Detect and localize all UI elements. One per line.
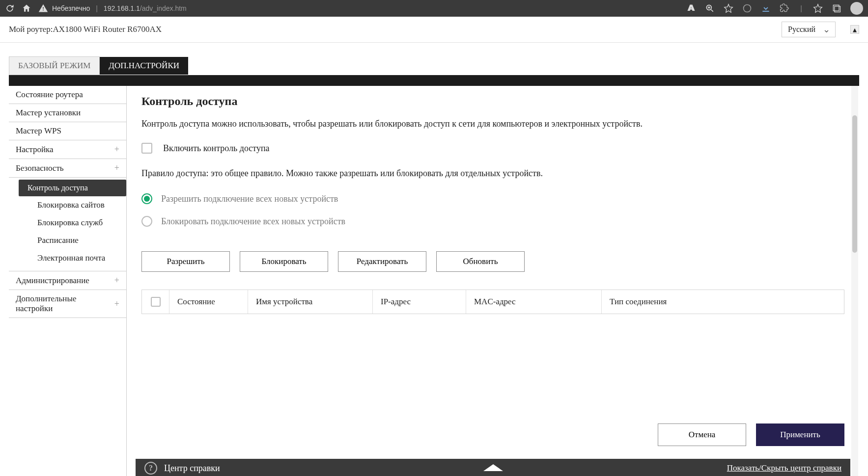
router-label: Мой роутер:AX1800 WiFi Router R6700AX bbox=[9, 25, 162, 34]
security-subitems: Контроль доступа Блокировка сайтов Блоки… bbox=[9, 178, 126, 271]
text-size-icon[interactable] bbox=[686, 3, 696, 13]
profile-avatar[interactable] bbox=[850, 2, 863, 15]
radio-allow[interactable] bbox=[141, 193, 152, 204]
table-select-all[interactable] bbox=[142, 290, 169, 314]
sidebar-item-router-state[interactable]: Состояние роутера bbox=[9, 86, 126, 104]
download-icon[interactable] bbox=[761, 3, 771, 13]
home-icon[interactable] bbox=[22, 3, 31, 13]
allow-button[interactable]: Разрешить bbox=[141, 251, 230, 272]
radio-block[interactable] bbox=[141, 216, 152, 227]
svg-point-1 bbox=[744, 5, 751, 12]
sidebar-sub-block-sites[interactable]: Блокировка сайтов bbox=[9, 196, 126, 214]
separator: | bbox=[96, 4, 98, 12]
apply-button[interactable]: Применить bbox=[756, 423, 844, 446]
extensions-icon[interactable] bbox=[780, 3, 789, 13]
browser-toolbar: Небезпечно | 192.168.1.1/adv_index.htm | bbox=[0, 0, 868, 17]
refresh-button[interactable]: Обновить bbox=[436, 251, 525, 272]
rule-description: Правило доступа: это общее правило. Можн… bbox=[141, 168, 844, 179]
cancel-button[interactable]: Отмена bbox=[658, 423, 746, 446]
sidebar-item-wps-wizard[interactable]: Мастер WPS bbox=[9, 122, 126, 140]
sidebar-item-security[interactable]: Безопасность+ bbox=[9, 159, 126, 178]
sidebar-item-settings[interactable]: Настройка+ bbox=[9, 140, 126, 159]
help-center-bar: ? Центр справки Показать/Скрыть центр сп… bbox=[136, 459, 850, 476]
block-button[interactable]: Блокировать bbox=[240, 251, 328, 272]
help-title: Центр справки bbox=[164, 463, 220, 474]
favorite-icon[interactable] bbox=[724, 3, 733, 13]
col-connection-type: Тип соединения bbox=[602, 290, 844, 314]
sidebar-sub-schedule[interactable]: Расписание bbox=[9, 232, 126, 249]
enable-label: Включить контроль доступа bbox=[163, 143, 270, 154]
sidebar-item-administration[interactable]: Администрирование+ bbox=[9, 271, 126, 290]
edit-button[interactable]: Редактировать bbox=[338, 251, 426, 272]
language-select[interactable]: Русский bbox=[782, 22, 836, 37]
col-ip: IP-адрес bbox=[373, 290, 466, 314]
page-description: Контроль доступа можно использовать, что… bbox=[141, 119, 844, 129]
col-status: Состояние bbox=[169, 290, 248, 314]
col-device-name: Имя устройства bbox=[248, 290, 373, 314]
sidebar-sub-email[interactable]: Электронная почта bbox=[9, 249, 126, 267]
col-mac: MAC-адрес bbox=[466, 290, 602, 314]
svg-rect-3 bbox=[835, 6, 840, 12]
action-buttons: Разрешить Блокировать Редактировать Обно… bbox=[141, 251, 844, 272]
scroll-up-icon[interactable]: ▴ bbox=[850, 25, 859, 34]
footer-buttons: Отмена Применить bbox=[127, 411, 859, 459]
device-table-header: Состояние Имя устройства IP-адрес MAC-ад… bbox=[141, 290, 844, 314]
sidebar-sub-access-control[interactable]: Контроль доступа bbox=[19, 180, 126, 196]
globe-icon[interactable] bbox=[742, 3, 752, 13]
sidebar: Состояние роутера Мастер установки Масте… bbox=[9, 86, 127, 476]
expand-icon: + bbox=[114, 163, 119, 173]
svg-rect-2 bbox=[833, 5, 839, 11]
sidebar-item-advanced-settings[interactable]: Дополнительные настройки+ bbox=[9, 290, 126, 318]
insecure-label: Небезпечно bbox=[52, 4, 90, 12]
enable-checkbox[interactable] bbox=[141, 143, 152, 154]
chevron-up-icon[interactable] bbox=[483, 463, 503, 474]
sidebar-sub-block-services[interactable]: Блокировка служб bbox=[9, 214, 126, 232]
mode-tabs: БАЗОВЫЙ РЕЖИМДОП.НАСТРОЙКИ bbox=[0, 56, 868, 75]
url-bar[interactable]: 192.168.1.1/adv_index.htm bbox=[104, 4, 187, 12]
radio-block-label: Блокировать подключение всех новых устро… bbox=[161, 216, 345, 227]
address-section: Небезпечно | 192.168.1.1/adv_index.htm bbox=[38, 3, 187, 13]
enable-access-control-row: Включить контроль доступа bbox=[141, 143, 844, 154]
help-icon: ? bbox=[144, 462, 157, 475]
content-scrollbar[interactable] bbox=[851, 86, 858, 476]
tab-advanced-mode[interactable]: ДОП.НАСТРОЙКИ bbox=[100, 57, 188, 75]
tab-basic-mode[interactable]: БАЗОВЫЙ РЕЖИМ bbox=[9, 56, 100, 75]
expand-icon: + bbox=[114, 275, 119, 286]
page-header: Мой роутер:AX1800 WiFi Router R6700AX Ру… bbox=[0, 17, 868, 43]
sidebar-item-setup-wizard[interactable]: Мастер установки bbox=[9, 104, 126, 122]
browser-right-icons: | bbox=[686, 2, 863, 15]
separator: | bbox=[800, 4, 802, 12]
radio-allow-label: Разрешить подключение всех новых устройс… bbox=[161, 194, 338, 204]
help-toggle-link[interactable]: Показать/Скрыть центр справки bbox=[727, 463, 841, 473]
radio-block-row: Блокировать подключение всех новых устро… bbox=[141, 216, 844, 227]
expand-icon: + bbox=[114, 299, 119, 309]
radio-allow-row: Разрешить подключение всех новых устройс… bbox=[141, 193, 844, 204]
expand-icon: + bbox=[114, 144, 119, 155]
page-title: Контроль доступа bbox=[141, 95, 844, 108]
refresh-icon[interactable] bbox=[5, 3, 15, 13]
tabs-underbar bbox=[9, 75, 859, 86]
collections-icon[interactable] bbox=[832, 3, 841, 13]
content-area: Контроль доступа Контроль доступа можно … bbox=[127, 86, 859, 476]
warning-icon bbox=[38, 3, 48, 13]
zoom-icon[interactable] bbox=[705, 3, 715, 13]
favorites-bar-icon[interactable] bbox=[813, 3, 823, 13]
content-scroll: Контроль доступа Контроль доступа можно … bbox=[127, 86, 859, 411]
